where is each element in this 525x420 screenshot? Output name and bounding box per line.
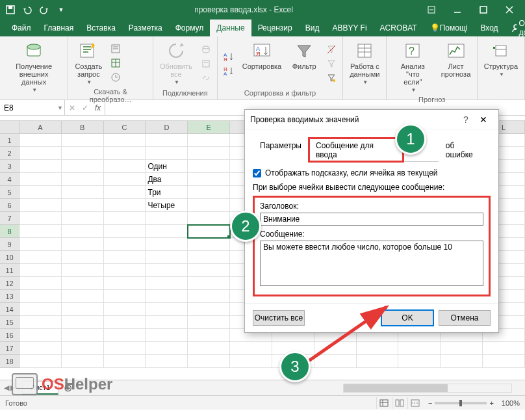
- row-header[interactable]: 16: [0, 329, 19, 342]
- cell[interactable]: [19, 251, 62, 264]
- cell[interactable]: [314, 355, 357, 368]
- cell[interactable]: [19, 329, 62, 342]
- row-header[interactable]: 10: [0, 251, 19, 264]
- cell[interactable]: [146, 238, 188, 251]
- cell[interactable]: [62, 342, 104, 355]
- row-header[interactable]: 9: [0, 238, 19, 251]
- cell[interactable]: [19, 277, 62, 290]
- cell[interactable]: [230, 342, 272, 355]
- sheet-nav-prev-icon[interactable]: ◀: [4, 384, 9, 392]
- recent-sources-icon[interactable]: [109, 71, 123, 84]
- cell[interactable]: [62, 186, 104, 199]
- column-header[interactable]: D: [146, 121, 188, 134]
- cell[interactable]: [188, 147, 230, 160]
- tab-formulas[interactable]: Формул: [169, 20, 211, 36]
- tab-data[interactable]: Данные: [210, 20, 251, 36]
- cell[interactable]: [104, 342, 146, 355]
- maximize-icon[interactable]: [470, 0, 496, 20]
- properties-icon[interactable]: [199, 57, 213, 70]
- cell[interactable]: [104, 290, 146, 303]
- create-query-button[interactable]: Создать запрос▼: [72, 39, 105, 86]
- filter-button[interactable]: Фильтр: [288, 39, 320, 88]
- cell[interactable]: [146, 134, 188, 147]
- row-header[interactable]: 12: [0, 277, 19, 290]
- cell[interactable]: [19, 303, 62, 316]
- column-header[interactable]: C: [104, 121, 146, 134]
- cell[interactable]: [146, 251, 188, 264]
- cell[interactable]: [62, 355, 104, 368]
- ok-button[interactable]: OK: [381, 310, 433, 326]
- cell[interactable]: [62, 212, 104, 225]
- tab-acrobat[interactable]: ACROBAT: [374, 20, 424, 36]
- tab-review[interactable]: Рецензир: [251, 20, 299, 36]
- cell[interactable]: [314, 342, 357, 355]
- cell[interactable]: [357, 355, 399, 368]
- cancel-button[interactable]: Отмена: [439, 310, 491, 326]
- sort-desc-icon[interactable]: ЯA: [222, 64, 236, 77]
- sort-button[interactable]: АЯ Сортировка: [240, 39, 284, 88]
- cell[interactable]: [188, 316, 230, 329]
- cell[interactable]: [188, 277, 230, 290]
- close-icon[interactable]: [496, 0, 522, 20]
- cell[interactable]: [146, 355, 188, 368]
- column-header[interactable]: A: [19, 121, 62, 134]
- whatif-button[interactable]: ? Анализ "что если"▼: [391, 39, 435, 94]
- cell[interactable]: [104, 225, 146, 238]
- cell[interactable]: [188, 134, 230, 147]
- cell[interactable]: [19, 199, 62, 212]
- tab-insert[interactable]: Вставка: [80, 20, 122, 36]
- cell[interactable]: [188, 173, 230, 186]
- select-all-corner[interactable]: [0, 121, 19, 134]
- column-header[interactable]: E: [188, 121, 230, 134]
- cell[interactable]: [62, 316, 104, 329]
- cell[interactable]: [62, 173, 104, 186]
- cell[interactable]: Один: [146, 160, 188, 173]
- cell[interactable]: [188, 160, 230, 173]
- row-header[interactable]: 17: [0, 342, 19, 355]
- cell[interactable]: [19, 342, 62, 355]
- cell[interactable]: [104, 238, 146, 251]
- view-page-layout-icon[interactable]: [392, 397, 407, 409]
- ribbon-options-icon[interactable]: [418, 0, 444, 20]
- cell[interactable]: [62, 160, 104, 173]
- zoom-out-icon[interactable]: −: [428, 399, 432, 407]
- cell[interactable]: [146, 342, 188, 355]
- column-header[interactable]: B: [62, 121, 104, 134]
- cell[interactable]: [146, 316, 188, 329]
- cell[interactable]: [398, 355, 441, 368]
- clear-filter-icon[interactable]: [324, 43, 339, 56]
- cell[interactable]: [188, 342, 230, 355]
- cell[interactable]: [19, 225, 62, 238]
- cell[interactable]: [19, 173, 62, 186]
- dialog-tab-input-message[interactable]: Сообщение для ввода: [309, 138, 403, 162]
- cell[interactable]: [188, 264, 230, 277]
- cell[interactable]: [441, 342, 483, 355]
- sign-in[interactable]: Вход: [474, 20, 504, 36]
- cell[interactable]: [19, 264, 62, 277]
- cell[interactable]: [104, 186, 146, 199]
- cell[interactable]: [19, 316, 62, 329]
- structure-button[interactable]: Структура▼: [481, 39, 520, 88]
- view-page-break-icon[interactable]: [407, 397, 423, 409]
- cell[interactable]: [146, 225, 188, 238]
- cell[interactable]: [146, 147, 188, 160]
- cell[interactable]: [62, 303, 104, 316]
- cell[interactable]: [62, 225, 104, 238]
- from-table-icon[interactable]: [109, 57, 123, 70]
- show-hint-checkbox[interactable]: [253, 169, 261, 177]
- cell[interactable]: [62, 290, 104, 303]
- cell[interactable]: [62, 251, 104, 264]
- cell[interactable]: [146, 329, 188, 342]
- message-textarea[interactable]: [260, 241, 483, 286]
- cell[interactable]: [188, 199, 230, 212]
- view-normal-icon[interactable]: [376, 397, 392, 409]
- tab-view[interactable]: Вид: [299, 20, 326, 36]
- zoom-in-icon[interactable]: +: [489, 399, 493, 407]
- cell[interactable]: [146, 290, 188, 303]
- row-header[interactable]: 4: [0, 173, 19, 186]
- row-header[interactable]: 7: [0, 212, 19, 225]
- cell[interactable]: [104, 199, 146, 212]
- tab-file[interactable]: Файл: [5, 20, 38, 36]
- dialog-close-icon[interactable]: ✕: [474, 114, 493, 125]
- cell[interactable]: [104, 355, 146, 368]
